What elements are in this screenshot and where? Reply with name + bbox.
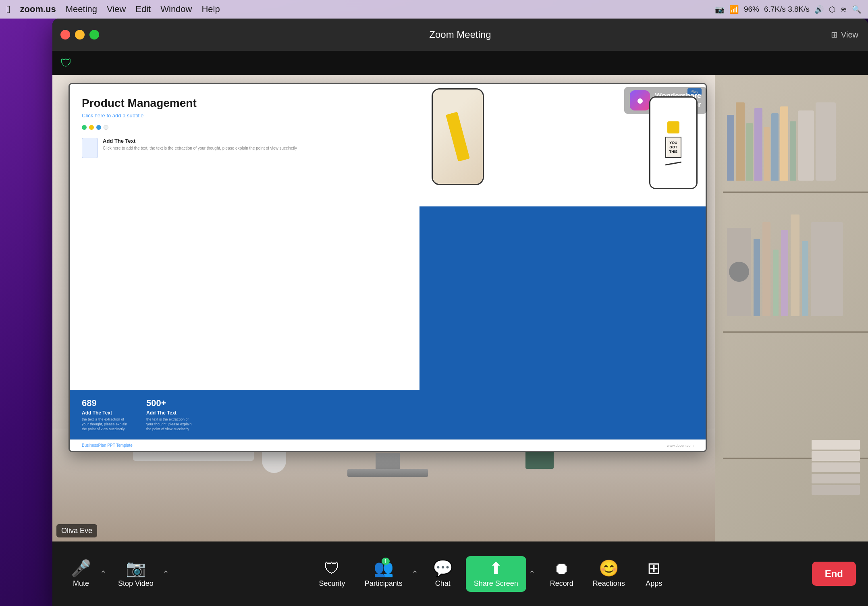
stat2-desc: the text is the extraction of your thoug…	[146, 417, 195, 431]
volume-icon: 🔊	[814, 5, 824, 14]
slide-right: YOUGOTTHIS	[419, 84, 706, 390]
main-video-area: Play Product Management Click here to ad…	[52, 75, 868, 541]
end-button[interactable]: End	[812, 562, 856, 586]
mute-label: Mute	[73, 579, 89, 588]
participants-arrow-button[interactable]: ⌃	[410, 566, 420, 582]
monitor-stand	[376, 453, 400, 469]
mute-arrow-button[interactable]: ⌃	[98, 566, 108, 582]
slide-dots	[82, 125, 407, 130]
stop-video-button[interactable]: 📷 Stop Video	[112, 557, 160, 591]
toolbar-right: End	[812, 562, 856, 586]
slide-title: Product Management	[82, 96, 407, 110]
participants-button[interactable]: 👥 1 Participants	[358, 557, 409, 591]
slide-footer-url: www.docerr.com	[667, 444, 694, 448]
apps-label: Apps	[646, 579, 662, 588]
slide-stat-1: 689 Add The Text the text is the extract…	[82, 398, 130, 431]
bluetooth-icon: ⬡	[829, 5, 836, 14]
record-icon: ⏺	[554, 560, 570, 576]
video-arrow-button[interactable]: ⌃	[161, 566, 171, 582]
window-title: Zoom Meeting	[429, 29, 491, 40]
zoom-window: Zoom Meeting ⊞ View 🛡	[52, 19, 868, 606]
phone-1	[432, 88, 484, 185]
stat1-label: Add The Text	[82, 410, 130, 416]
record-button[interactable]: ⏺ Record	[544, 557, 580, 591]
battery-label: 96%	[744, 5, 759, 14]
security-button[interactable]: 🛡 Security	[313, 557, 352, 591]
participants-count-badge: 1	[382, 558, 390, 565]
slide-subtitle: Click here to add a subtitle	[82, 112, 407, 119]
slide-icon-label: Add The Text	[103, 138, 297, 144]
reactions-icon: 😊	[599, 560, 619, 576]
camera-icon: 📷	[126, 560, 146, 576]
menubar-window[interactable]: Window	[160, 4, 192, 15]
participants-label: Participants	[365, 579, 403, 588]
share-screen-icon: ⬆	[489, 560, 503, 576]
minimize-button[interactable]	[75, 30, 85, 40]
shelf-1	[723, 192, 868, 193]
slide-footer-label: BusinessPlan PPT Template	[82, 443, 133, 448]
slide-text-block: Add The Text Click here to add the text,…	[103, 138, 297, 151]
traffic-lights	[60, 30, 99, 40]
security-label: Security	[319, 579, 345, 588]
slide-document-icon	[82, 138, 98, 158]
apps-icon: ⊞	[647, 560, 661, 576]
monitor-container: Play Product Management Click here to ad…	[69, 83, 707, 517]
fullscreen-button[interactable]	[89, 30, 99, 40]
share-screen-chevron-icon: ⌃	[529, 569, 536, 579]
stat1-number: 689	[82, 398, 130, 408]
stat2-label: Add The Text	[146, 410, 195, 416]
slide-footer: BusinessPlan PPT Template www.docerr.com	[70, 439, 706, 451]
you-got-this-sign: YOUGOTTHIS	[665, 137, 682, 158]
chat-label: Chat	[435, 579, 451, 588]
menubar:  zoom.us Meeting View Edit Window Help …	[0, 0, 868, 19]
titlebar: Zoom Meeting ⊞ View	[52, 19, 868, 51]
participants-chevron-icon: ⌃	[411, 569, 418, 579]
chat-button[interactable]: 💬 Chat	[426, 557, 459, 591]
toolbar-left: 🎤 Mute ⌃ 📷 Stop Video ⌃	[64, 557, 171, 591]
slide-icon-row: Add The Text Click here to add the text,…	[82, 138, 407, 158]
phone-2: YOUGOTTHIS	[649, 96, 698, 189]
chat-icon: 💬	[433, 560, 453, 576]
camera-status-icon: 📷	[715, 5, 725, 14]
share-screen-arrow-button[interactable]: ⌃	[527, 566, 537, 582]
menubar-edit[interactable]: Edit	[135, 4, 151, 15]
apple-menu[interactable]: 	[6, 3, 10, 16]
mute-button[interactable]: 🎤 Mute	[64, 557, 98, 591]
phones-area: YOUGOTTHIS	[419, 84, 706, 390]
video-chevron-icon: ⌃	[162, 569, 169, 579]
bookshelf-bg	[715, 75, 868, 541]
participant-name-badge: Oliva Eve	[56, 524, 97, 537]
wondershare-logo: ●	[630, 90, 650, 110]
toolbar-center: 🛡 Security 👥 1 Participants ⌃ 💬	[313, 556, 670, 592]
share-screen-button[interactable]: ⬆ Share Screen	[466, 556, 526, 592]
reactions-button[interactable]: 😊 Reactions	[586, 557, 631, 591]
menubar-help[interactable]: Help	[201, 4, 220, 15]
menubar-zoom[interactable]: zoom.us	[20, 4, 56, 15]
apps-button[interactable]: ⊞ Apps	[638, 557, 670, 591]
wifi-icon: 📶	[729, 5, 739, 14]
security-shield-icon: 🛡	[60, 56, 72, 70]
stat2-number: 500+	[146, 398, 195, 408]
mute-chevron-icon: ⌃	[100, 569, 107, 579]
network-speed: 6.7K/s 3.8K/s	[764, 5, 810, 14]
record-label: Record	[550, 579, 573, 588]
stop-video-label: Stop Video	[118, 579, 154, 588]
top-bar: 🛡	[52, 51, 868, 75]
share-screen-group: ⬆ Share Screen ⌃	[466, 556, 537, 592]
slide-stats-bar: 689 Add The Text the text is the extract…	[70, 390, 706, 439]
participants-group: 👥 1 Participants ⌃	[358, 557, 420, 591]
grid-icon: ⊞	[831, 30, 838, 40]
shelf-2	[723, 331, 868, 333]
microphone-icon: 🎤	[71, 560, 91, 576]
search-icon[interactable]: 🔍	[852, 5, 862, 14]
view-button[interactable]: ⊞ View	[831, 30, 858, 40]
video-group: 📷 Stop Video ⌃	[112, 557, 171, 591]
security-icon: 🛡	[324, 560, 340, 576]
reactions-label: Reactions	[593, 579, 625, 588]
toolbar: 🎤 Mute ⌃ 📷 Stop Video ⌃	[52, 541, 868, 606]
close-button[interactable]	[60, 30, 70, 40]
mute-group: 🎤 Mute ⌃	[64, 557, 108, 591]
view-label: View	[841, 30, 858, 40]
menubar-meeting[interactable]: Meeting	[66, 4, 97, 15]
menubar-view[interactable]: View	[107, 4, 126, 15]
